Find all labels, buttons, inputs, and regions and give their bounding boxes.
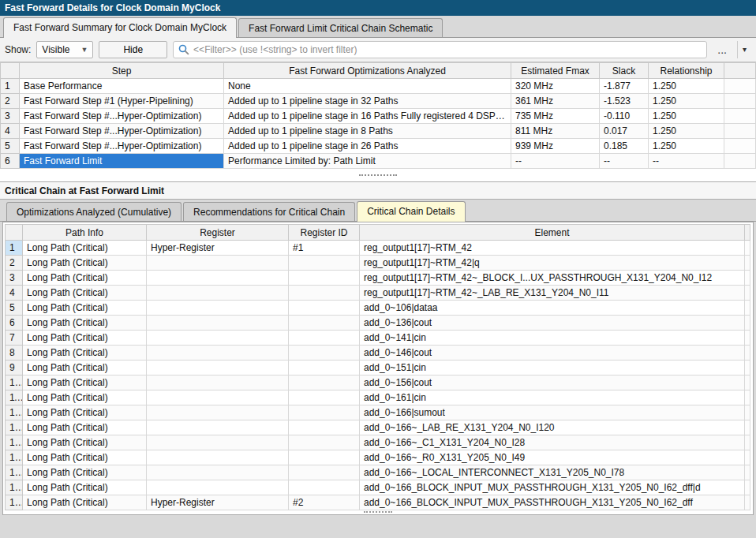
path-info-cell[interactable]: Long Path (Critical) bbox=[23, 465, 147, 480]
register-id-cell[interactable]: #2 bbox=[289, 495, 360, 510]
element-cell[interactable]: reg_output1[17]~RTM_42~_BLOCK_I...UX_PAS… bbox=[360, 271, 745, 286]
path-info-cell[interactable]: Long Path (Critical) bbox=[23, 286, 147, 301]
slack-cell[interactable]: -1.877 bbox=[600, 79, 649, 94]
slack-cell[interactable]: -1.523 bbox=[600, 94, 649, 109]
col-header-fmax[interactable]: Estimated Fmax bbox=[511, 63, 600, 79]
optimizations-cell[interactable]: Added up to 1 pipeline stage in 32 Paths bbox=[224, 94, 511, 109]
register-cell[interactable] bbox=[147, 465, 289, 480]
register-id-cell[interactable] bbox=[289, 465, 360, 480]
register-id-cell[interactable] bbox=[289, 301, 360, 316]
optimizations-cell[interactable]: Added up to 1 pipeline stage in 8 Paths bbox=[224, 124, 511, 139]
table-row[interactable]: 1Long Path (Critical)Hyper-Register#1reg… bbox=[6, 241, 750, 256]
splitter-handle-icon[interactable] bbox=[364, 511, 392, 513]
table-row[interactable]: 5Fast Forward Step #...Hyper-Optimizatio… bbox=[1, 139, 756, 154]
register-id-cell[interactable] bbox=[289, 256, 360, 271]
register-id-cell[interactable] bbox=[289, 316, 360, 331]
path-info-cell[interactable]: Long Path (Critical) bbox=[23, 301, 147, 316]
element-cell[interactable]: reg_output1[17]~RTM_42|q bbox=[360, 256, 745, 271]
slack-cell[interactable]: 0.017 bbox=[600, 124, 649, 139]
table-row[interactable]: 17Long Path (Critical)add_0~166_BLOCK_IN… bbox=[6, 480, 750, 495]
table-row[interactable]: 6Long Path (Critical)add_0~136|cout bbox=[6, 316, 750, 331]
fmax-cell[interactable]: 811 MHz bbox=[511, 124, 600, 139]
step-cell[interactable]: Base Performance bbox=[20, 79, 224, 94]
fmax-cell[interactable]: 320 MHz bbox=[511, 79, 600, 94]
path-info-cell[interactable]: Long Path (Critical) bbox=[23, 361, 147, 375]
step-cell[interactable]: Fast Forward Step #...Hyper-Optimization… bbox=[20, 139, 224, 154]
element-cell[interactable]: add_0~136|cout bbox=[360, 316, 745, 331]
fmax-cell[interactable]: 939 MHz bbox=[511, 139, 600, 154]
register-cell[interactable] bbox=[147, 375, 289, 390]
table-row[interactable]: 13Long Path (Critical)add_0~166~_LAB_RE_… bbox=[6, 420, 750, 435]
table-row[interactable]: 5Long Path (Critical)add_0~106|dataa bbox=[6, 301, 750, 316]
path-info-cell[interactable]: Long Path (Critical) bbox=[23, 316, 147, 331]
table-row[interactable]: 18Long Path (Critical)Hyper-Register#2ad… bbox=[6, 495, 750, 510]
table-row[interactable]: 1Base PerformanceNone320 MHz-1.8771.250 bbox=[1, 79, 756, 94]
col-header-step[interactable]: Step bbox=[20, 63, 224, 79]
table-row[interactable]: 10Long Path (Critical)add_0~156|cout bbox=[6, 375, 750, 390]
element-cell[interactable]: add_0~166|sumout bbox=[360, 405, 745, 420]
table-row[interactable]: 4Long Path (Critical)reg_output1[17]~RTM… bbox=[6, 286, 750, 301]
element-cell[interactable]: add_0~166_BLOCK_INPUT_MUX_PASSTHROUGH_X1… bbox=[360, 495, 745, 510]
table-row[interactable]: 3Long Path (Critical)reg_output1[17]~RTM… bbox=[6, 271, 750, 286]
register-cell[interactable] bbox=[147, 405, 289, 420]
register-id-cell[interactable] bbox=[289, 450, 360, 465]
register-cell[interactable] bbox=[147, 450, 289, 465]
register-id-cell[interactable] bbox=[289, 271, 360, 286]
element-cell[interactable]: add_0~146|cout bbox=[360, 346, 745, 361]
table-row[interactable]: 12Long Path (Critical)add_0~166|sumout bbox=[6, 405, 750, 420]
register-cell[interactable] bbox=[147, 286, 289, 301]
register-cell[interactable] bbox=[147, 316, 289, 331]
optimizations-cell[interactable]: Added up to 1 pipeline stage in 26 Paths bbox=[224, 139, 511, 154]
register-cell[interactable] bbox=[147, 271, 289, 286]
fmax-cell[interactable]: 735 MHz bbox=[511, 109, 600, 124]
register-id-cell[interactable] bbox=[289, 375, 360, 390]
path-info-cell[interactable]: Long Path (Critical) bbox=[23, 495, 147, 510]
register-id-cell[interactable] bbox=[289, 346, 360, 361]
relationship-cell[interactable]: 1.250 bbox=[649, 124, 724, 139]
element-cell[interactable]: add_0~166~_LOCAL_INTERCONNECT_X131_Y205_… bbox=[360, 465, 745, 480]
col-header-register-id[interactable]: Register ID bbox=[289, 225, 360, 241]
filter-input[interactable] bbox=[193, 44, 702, 55]
register-id-cell[interactable]: #1 bbox=[289, 241, 360, 256]
path-info-cell[interactable]: Long Path (Critical) bbox=[23, 331, 147, 346]
register-cell[interactable] bbox=[147, 390, 289, 405]
table-row[interactable]: 11Long Path (Critical)add_0~161|cin bbox=[6, 390, 750, 405]
path-info-cell[interactable]: Long Path (Critical) bbox=[23, 271, 147, 286]
path-info-cell[interactable]: Long Path (Critical) bbox=[23, 450, 147, 465]
fmax-cell[interactable]: -- bbox=[511, 154, 600, 169]
table-row[interactable]: 3Fast Forward Step #...Hyper-Optimizatio… bbox=[1, 109, 756, 124]
table-row[interactable]: 4Fast Forward Step #...Hyper-Optimizatio… bbox=[1, 124, 756, 139]
register-cell[interactable] bbox=[147, 301, 289, 316]
register-id-cell[interactable] bbox=[289, 480, 360, 495]
tab-critical-chain-schematic[interactable]: Fast Forward Limit Critical Chain Schema… bbox=[238, 18, 443, 37]
register-cell[interactable] bbox=[147, 256, 289, 271]
path-info-cell[interactable]: Long Path (Critical) bbox=[23, 241, 147, 256]
element-cell[interactable]: add_0~156|cout bbox=[360, 375, 745, 390]
slack-cell[interactable]: -- bbox=[600, 154, 649, 169]
register-id-cell[interactable] bbox=[289, 331, 360, 346]
table-row[interactable]: 14Long Path (Critical)add_0~166~_C1_X131… bbox=[6, 435, 750, 450]
col-header-register[interactable]: Register bbox=[147, 225, 289, 241]
table-row[interactable]: 2Long Path (Critical)reg_output1[17]~RTM… bbox=[6, 256, 750, 271]
optimizations-cell[interactable]: None bbox=[224, 79, 511, 94]
register-id-cell[interactable] bbox=[289, 286, 360, 301]
element-cell[interactable]: add_0~141|cin bbox=[360, 331, 745, 346]
tab-fast-forward-summary[interactable]: Fast Forward Summary for Clock Domain My… bbox=[3, 17, 237, 38]
element-cell[interactable]: add_0~161|cin bbox=[360, 390, 745, 405]
element-cell[interactable]: reg_output1[17]~RTM_42 bbox=[360, 241, 745, 256]
path-info-cell[interactable]: Long Path (Critical) bbox=[23, 420, 147, 435]
col-header-path-info[interactable]: Path Info bbox=[23, 225, 147, 241]
table-row[interactable]: 2Fast Forward Step #1 (Hyper-Pipelining)… bbox=[1, 94, 756, 109]
path-info-cell[interactable]: Long Path (Critical) bbox=[23, 375, 147, 390]
register-id-cell[interactable] bbox=[289, 405, 360, 420]
horizontal-splitter[interactable] bbox=[0, 169, 756, 181]
step-cell[interactable]: Fast Forward Step #...Hyper-Optimization… bbox=[20, 124, 224, 139]
slack-cell[interactable]: -0.110 bbox=[600, 109, 649, 124]
element-cell[interactable]: add_0~166~_LAB_RE_X131_Y204_N0_I120 bbox=[360, 420, 745, 435]
relationship-cell[interactable]: -- bbox=[649, 154, 724, 169]
more-options-button[interactable]: ... bbox=[713, 41, 732, 58]
step-cell[interactable]: Fast Forward Step #1 (Hyper-Pipelining) bbox=[20, 94, 224, 109]
element-cell[interactable]: add_0~166~_R0_X131_Y205_N0_I49 bbox=[360, 450, 745, 465]
panel-titlebar[interactable]: Fast Forward Details for Clock Domain My… bbox=[0, 0, 756, 16]
relationship-cell[interactable]: 1.250 bbox=[649, 109, 724, 124]
